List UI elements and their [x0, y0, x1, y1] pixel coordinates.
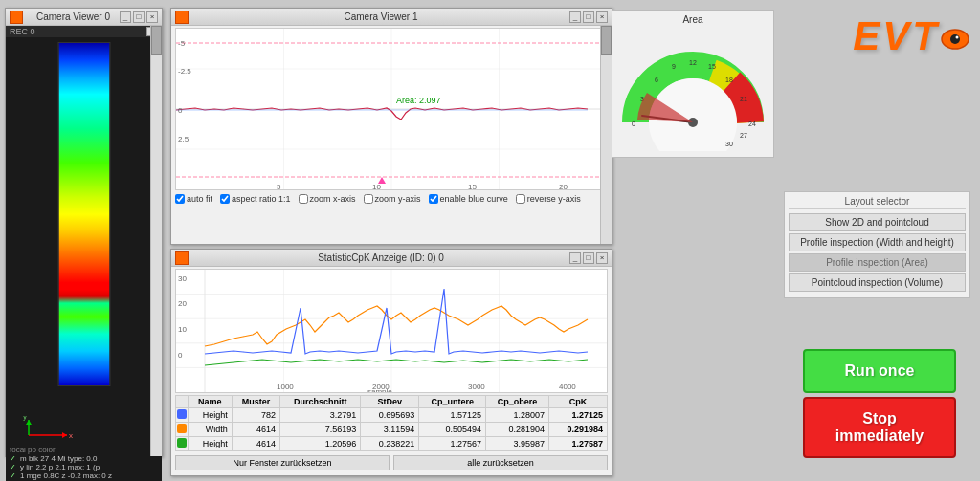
cb-zoom-x[interactable]: zoom x-axis	[299, 194, 356, 204]
cam0-info2: y lin 2.2 p 2.1 max: 1 (p	[20, 463, 100, 471]
cam0-icon	[10, 11, 23, 24]
cam1-minimize[interactable]: _	[569, 11, 581, 23]
table-row: Width 4614 7.56193 3.11594 0.505494 0.28…	[176, 423, 608, 437]
stats-bottom-buttons: Nur Fenster zurücksetzen alle zurücksetz…	[171, 453, 612, 472]
cam1-icon	[175, 11, 189, 24]
cam0-maximize[interactable]: □	[133, 11, 145, 23]
svg-text:0: 0	[178, 351, 183, 360]
run-once-button[interactable]: Run once	[803, 349, 956, 393]
cb-zoom-y[interactable]: zoom y-axis	[364, 194, 421, 204]
cam1-checkboxes: auto fit aspect ratio 1:1 zoom x-axis zo…	[171, 192, 612, 206]
svg-text:24: 24	[748, 120, 756, 127]
cb-blue-curve[interactable]: enable blue curve	[429, 194, 508, 204]
gauge-svg: 0 3 6 9 12 15 18 21 24 27 30	[616, 27, 769, 151]
cam0-axes-svg: x y	[10, 416, 158, 443]
svg-text:20: 20	[178, 299, 187, 308]
stats-maximize[interactable]: □	[583, 252, 594, 264]
svg-text:0: 0	[178, 106, 183, 115]
stop-container: Stop immediately	[803, 397, 956, 458]
svg-text:21: 21	[740, 96, 747, 102]
svg-text:0: 0	[632, 120, 635, 127]
cam0-info3: 1 mge 0.8C z -0.2 max: 0 z	[20, 471, 112, 480]
stats-icon	[175, 251, 189, 265]
cam1-titlebar: Camera Viewer 1 _ □ ×	[171, 9, 612, 26]
gauge-title: Area	[616, 14, 769, 25]
svg-text:10: 10	[178, 325, 187, 334]
evt-eye-icon	[940, 26, 970, 53]
svg-text:1000: 1000	[277, 383, 294, 391]
svg-text:5: 5	[277, 183, 281, 189]
area-annotation: Area: 2.097	[396, 96, 441, 105]
stats-titlebar: StatisticCpK Anzeige (ID: 0) 0 _ □ ×	[171, 250, 612, 267]
layout-btn-profile-wh[interactable]: Profile inspection (Width and height)	[789, 233, 966, 251]
cam0-info1: m blk 27 4 Mi type: 0.0	[20, 454, 97, 463]
cam1-scrollbar-thumb[interactable]	[601, 26, 612, 55]
gauge-panel: Area 0 3 6 9 12 15 18 21 24 27 30	[612, 10, 774, 158]
svg-text:18: 18	[725, 77, 733, 83]
svg-text:15: 15	[708, 63, 716, 70]
layout-btn-profile-area[interactable]: Profile inspection (Area)	[789, 253, 966, 272]
layout-selector-panel: Layout selector Show 2D and pointcloud P…	[784, 191, 970, 298]
svg-text:27: 27	[740, 132, 747, 139]
evt-logo-area: EVT	[784, 8, 970, 65]
heatmap-display	[57, 42, 110, 386]
cam0-rec-label: REC 0	[10, 27, 35, 36]
cam1-close[interactable]: ×	[596, 11, 608, 23]
svg-text:3000: 3000	[468, 383, 485, 391]
svg-text:-2.5: -2.5	[178, 67, 191, 76]
cam1-controls[interactable]: _ □ ×	[569, 11, 608, 23]
svg-text:2.5: 2.5	[178, 135, 189, 143]
cam0-image-area	[6, 37, 162, 415]
svg-marker-1	[62, 432, 67, 438]
svg-text:12: 12	[689, 59, 697, 66]
cam0-scrollbar-thumb[interactable]	[151, 26, 162, 55]
statistics-window: StatisticCpK Anzeige (ID: 0) 0 _ □ × 30 …	[170, 249, 612, 476]
svg-point-57	[950, 34, 960, 44]
run-once-container: Run once	[803, 349, 956, 401]
svg-text:y: y	[23, 416, 27, 421]
svg-text:15: 15	[468, 183, 477, 189]
cam1-plot-area: Area: 2.097 -5 -2.5 0 2.5 5 10 15 20	[175, 28, 608, 190]
svg-text:sample: sample	[368, 387, 392, 392]
svg-text:30: 30	[178, 274, 187, 283]
layout-selector-title: Layout selector	[789, 196, 966, 209]
stop-immediately-button[interactable]: Stop immediately	[803, 397, 956, 458]
evt-logo-text: EVT	[853, 16, 970, 56]
cam1-maximize[interactable]: □	[583, 11, 594, 23]
cam0-minimize[interactable]: _	[120, 11, 131, 23]
stats-title: StatisticCpK Anzeige (ID: 0) 0	[192, 252, 569, 263]
stats-close[interactable]: ×	[596, 252, 608, 264]
stats-data-table: Name Muster Durchschnitt StDev Cp_untere…	[175, 395, 608, 451]
stats-plot-area: 30 20 10 0 1000 2000 3000 4000 sample Va…	[175, 269, 608, 393]
cam0-bottom-info: focal po color ✓m blk 27 4 Mi type: 0.0 …	[6, 444, 162, 481]
cam1-plot-svg: Area: 2.097 -5 -2.5 0 2.5 5 10 15 20	[176, 29, 607, 189]
cb-aspect-ratio[interactable]: aspect ratio 1:1	[220, 194, 291, 204]
table-row: Height 4614 1.20596 0.238221 1.27567 3.9…	[176, 437, 608, 451]
svg-text:4000: 4000	[559, 383, 576, 391]
stats-reset-window-btn[interactable]: Nur Fenster zurücksetzen	[175, 455, 390, 470]
cb-reverse-y[interactable]: reverse y-axis	[516, 194, 581, 204]
cam1-scrollbar[interactable]	[600, 26, 612, 244]
camera-viewer-1: Camera Viewer 1 _ □ × Area: 2.097	[170, 8, 612, 245]
cb-auto-fit[interactable]: auto fit	[175, 194, 212, 204]
svg-text:x: x	[69, 431, 73, 440]
svg-text:10: 10	[372, 183, 381, 189]
camera-viewer-0: Camera Viewer 0 _ □ × REC 0 ▲ x y focal …	[5, 8, 163, 457]
svg-text:-5: -5	[178, 39, 186, 48]
cam0-axes: x y	[6, 415, 162, 444]
stats-reset-all-btn[interactable]: alle zurücksetzen	[393, 455, 608, 470]
cam0-scrollbar[interactable]	[150, 26, 162, 456]
stats-controls[interactable]: _ □ ×	[569, 252, 608, 264]
cam0-controls[interactable]: _ □ ×	[120, 11, 158, 23]
table-row: Height 782 3.2791 0.695693 1.57125 1.280…	[176, 408, 608, 423]
svg-text:30: 30	[725, 141, 733, 147]
layout-btn-pointcloud-vol[interactable]: Pointcloud inspection (Volume)	[789, 273, 966, 292]
layout-btn-2d-pointcloud[interactable]: Show 2D and pointcloud	[789, 213, 966, 231]
stats-minimize[interactable]: _	[569, 252, 581, 264]
cam0-title: Camera Viewer 0	[27, 11, 120, 22]
svg-text:9: 9	[672, 63, 676, 70]
cam0-titlebar: Camera Viewer 0 _ □ ×	[6, 9, 162, 26]
svg-point-58	[956, 35, 959, 38]
cam0-close[interactable]: ×	[146, 11, 158, 23]
svg-text:6: 6	[655, 77, 658, 83]
